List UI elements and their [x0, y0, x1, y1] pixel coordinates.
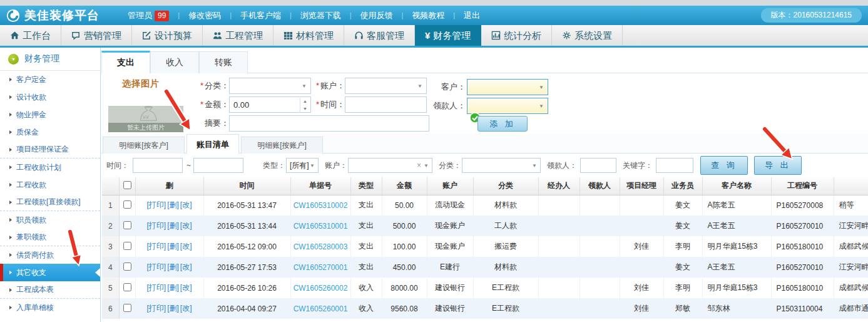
list-tab-账目清单[interactable]: 账目清单	[186, 134, 239, 153]
table-header-经办人: 经办人	[538, 177, 580, 195]
edit-link[interactable]: [改]	[180, 262, 192, 271]
header-menu-item-退出[interactable]: 退出	[464, 10, 480, 21]
entry-tab-收入[interactable]: 收入	[150, 51, 199, 73]
user-link[interactable]: 管理员99	[128, 10, 169, 21]
doc-no-link[interactable]: CW1605270001	[294, 263, 348, 272]
delete-link[interactable]: [删]	[167, 304, 179, 313]
payee-filter-input[interactable]	[581, 158, 616, 172]
account-select[interactable]: ▼	[345, 78, 427, 94]
sidebar-item-项目经理保证金[interactable]: 项目经理保证金	[0, 141, 100, 158]
row-checkbox[interactable]	[123, 304, 131, 312]
select-all-checkbox[interactable]	[123, 181, 131, 189]
sidebar-item-供货商付款[interactable]: 供货商付款	[0, 246, 100, 264]
export-button[interactable]: 导 出	[754, 156, 802, 175]
nav-item-营销管理[interactable]: 营销管理	[61, 25, 132, 46]
row-checkbox[interactable]	[123, 262, 131, 271]
header-menu-item-浏览器下载[interactable]: 浏览器下载	[300, 10, 341, 21]
list-tab-明细账[按账户][interactable]: 明细账[按账户]	[241, 137, 323, 153]
image-upload-box[interactable]: ¥¥ 暂未上传图片	[108, 106, 183, 132]
summary-input[interactable]	[230, 116, 429, 131]
cell-payee	[580, 278, 620, 298]
account-filter-select[interactable]: ×▼	[348, 158, 432, 173]
sidebar-item-物业押金[interactable]: 物业押金	[0, 106, 100, 123]
time-input[interactable]	[345, 97, 426, 112]
delete-link[interactable]: [删]	[167, 262, 179, 271]
clear-icon[interactable]: ×	[417, 161, 421, 170]
type-select[interactable]: [所有]▼	[286, 158, 319, 173]
collapse-circle-icon[interactable]: ▼	[8, 54, 19, 65]
sidebar-item-工程领款[直接领款][interactable]: 工程领款[直接领款]	[0, 194, 100, 211]
amount-input[interactable]	[230, 97, 310, 112]
sidebar-item-兼职领款[interactable]: 兼职领款	[0, 229, 100, 246]
row-checkbox[interactable]	[123, 221, 131, 229]
category-filter-select[interactable]: ▼	[462, 158, 541, 173]
doc-no-link[interactable]: CW1605260001	[294, 304, 348, 313]
doc-no-link[interactable]: CW1605310001	[294, 222, 348, 231]
delete-link[interactable]: [删]	[167, 242, 179, 251]
row-check-cell	[119, 257, 135, 278]
cell-category: 材料款	[473, 257, 538, 278]
notification-badge[interactable]: 99	[155, 11, 169, 21]
sidebar-item-职员领款[interactable]: 职员领款	[0, 211, 100, 229]
sidebar-item-其它收支[interactable]: 其它收支	[0, 264, 100, 281]
doc-no-link[interactable]: CW1605280003	[294, 242, 348, 251]
doc-no-link[interactable]: CW1605310002	[294, 201, 348, 210]
print-link[interactable]: [打印]	[146, 304, 166, 313]
header-menu-item-使用反馈[interactable]: 使用反馈	[360, 10, 392, 21]
cell-customer: 邹东林	[702, 298, 771, 319]
sidebar-item-客户定金[interactable]: 客户定金	[0, 71, 100, 88]
list-tab-明细账[按客户][interactable]: 明细账[按客户]	[103, 137, 185, 153]
cell-amount: 500.00	[382, 216, 427, 236]
nav-item-客服管理[interactable]: 客服管理	[344, 25, 415, 46]
nav-item-系统设置[interactable]: 系统设置	[552, 25, 623, 46]
row-checkbox[interactable]	[123, 200, 131, 209]
print-link[interactable]: [打印]	[146, 221, 166, 230]
category-label: *分类：	[185, 78, 229, 94]
delete-link[interactable]: [删]	[167, 283, 179, 292]
row-actions: [打印][删][改]	[135, 216, 203, 236]
sidebar-item-入库单稽核[interactable]: 入库单稽核	[0, 299, 100, 316]
sidebar-item-工程收款[interactable]: 工程收款	[0, 176, 100, 194]
add-button[interactable]: 添 加	[477, 116, 528, 132]
edit-link[interactable]: [改]	[180, 221, 192, 230]
category-select[interactable]: ▼	[229, 78, 311, 94]
header-menu-item-视频教程[interactable]: 视频教程	[412, 10, 444, 21]
nav-item-统计分析[interactable]: 统计分析	[481, 25, 552, 46]
edit-link[interactable]: [改]	[180, 283, 192, 292]
customer-select[interactable]: ▼	[467, 79, 548, 95]
edit-link[interactable]: [改]	[180, 200, 192, 209]
search-button[interactable]: 查 询	[700, 156, 748, 175]
delete-link[interactable]: [删]	[167, 221, 179, 230]
nav-item-工程管理[interactable]: 工程管理	[203, 25, 273, 46]
edit-link[interactable]: [改]	[180, 242, 192, 251]
nav-item-财务管理[interactable]: ¥财务管理	[415, 25, 481, 46]
sidebar-item-label: 其它收支	[16, 267, 46, 278]
nav-item-材料管理[interactable]: 材料管理	[273, 25, 344, 46]
print-link[interactable]: [打印]	[146, 283, 166, 292]
sidebar-item-label: 工程领款[直接领款]	[16, 197, 81, 207]
row-checkbox[interactable]	[123, 283, 131, 291]
entry-tab-支出[interactable]: 支出	[101, 51, 150, 73]
customer-label: 客户：	[423, 79, 466, 95]
print-link[interactable]: [打印]	[146, 262, 166, 271]
time-to-input[interactable]	[194, 158, 243, 172]
delete-link[interactable]: [删]	[167, 200, 179, 209]
header-menu-item-手机客户端[interactable]: 手机客户端	[240, 10, 281, 21]
nav-item-设计预算[interactable]: 设计预算	[132, 25, 203, 46]
sidebar-item-质保金[interactable]: 质保金	[0, 123, 100, 141]
header-menu-item-修改密码[interactable]: 修改密码	[188, 10, 221, 21]
sidebar-header[interactable]: ▼ 财务管理	[0, 48, 100, 71]
sidebar-item-工程收款计划[interactable]: 工程收款计划	[0, 158, 100, 176]
sidebar-item-设计收款[interactable]: 设计收款	[0, 88, 100, 106]
keyword-input[interactable]	[656, 158, 693, 172]
print-link[interactable]: [打印]	[146, 242, 166, 251]
sidebar-item-工程成本表[interactable]: 工程成本表	[0, 281, 100, 299]
entry-tab-转账[interactable]: 转账	[199, 51, 248, 73]
edit-link[interactable]: [改]	[180, 304, 192, 313]
choose-image-label[interactable]: 选择图片	[122, 78, 160, 90]
nav-item-工作台[interactable]: 工作台	[0, 25, 61, 46]
time-from-input[interactable]	[133, 158, 182, 172]
doc-no-link[interactable]: CW1605260002	[294, 284, 348, 293]
row-checkbox[interactable]	[123, 242, 131, 250]
print-link[interactable]: [打印]	[146, 200, 166, 209]
